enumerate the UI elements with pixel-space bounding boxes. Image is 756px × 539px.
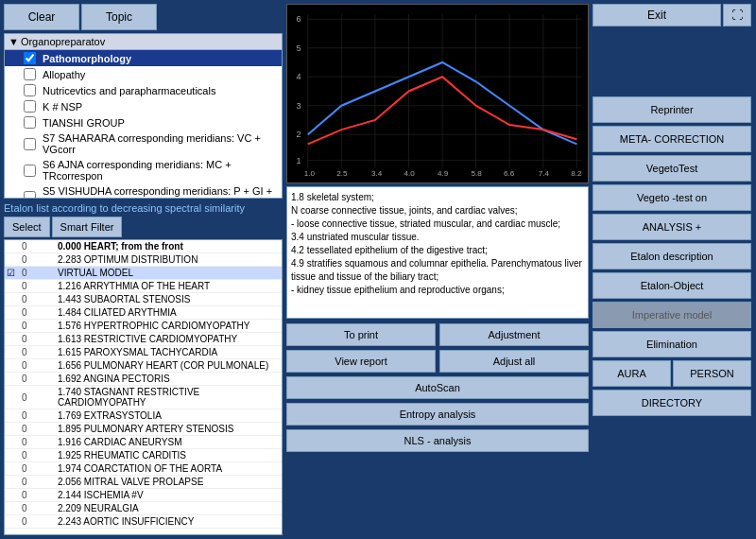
fullscreen-button[interactable]: ⛶ [723, 4, 751, 26]
category-item-pathomorphology[interactable]: Pathomorphology [5, 50, 282, 66]
s5-checkbox[interactable] [24, 191, 36, 200]
person-button[interactable]: PERSON [673, 360, 751, 387]
right-panel: Exit ⛶ Reprinter META- CORRECTION Vegeto… [593, 4, 751, 535]
to-print-button[interactable]: To print [286, 323, 436, 346]
etalon-object-button[interactable]: Etalon-Object [593, 272, 751, 299]
etalon-row[interactable]: 0 1.484 CILIATED ARYTHMIA [5, 306, 282, 320]
svg-text:3: 3 [297, 101, 301, 111]
etalon-row[interactable]: 0 2.056 MITRAL VALVE PROLAPSE [5, 476, 282, 489]
svg-rect-0 [288, 5, 586, 183]
category-list: ▼ Organopreparatov Pathomorphology Allop… [4, 33, 283, 199]
etalon-row[interactable]: 0 1.925 RHEUMATIC CARDITIS [5, 449, 282, 462]
etalon-row[interactable]: 0 2.209 NEURALGIA [5, 502, 282, 515]
pathomorphology-checkbox[interactable] [24, 52, 36, 64]
category-item-label: TIANSHI GROUP [43, 117, 125, 129]
select-button[interactable]: Select [4, 217, 50, 237]
category-item-label: Nutricevtics and parapharmaceuticals [43, 85, 215, 96]
analysis-plus-button[interactable]: ANALYSIS + [593, 214, 751, 240]
etalon-toolbar: Select Smart Filter [4, 217, 283, 237]
svg-text:3.4: 3.4 [371, 169, 383, 178]
category-item-label: S6 AJNA corresponding meridians: MC + TR… [43, 159, 278, 182]
etalon-row[interactable]: 0 1.895 PULMONARY ARTERY STENOSIS [5, 423, 282, 436]
svg-text:4: 4 [297, 72, 301, 81]
svg-text:5: 5 [297, 43, 301, 53]
clear-button[interactable]: Clear [4, 4, 79, 30]
smart-filter-button[interactable]: Smart Filter [52, 217, 123, 237]
reprinter-button[interactable]: Reprinter [593, 96, 751, 123]
exit-button[interactable]: Exit [593, 4, 721, 26]
autoscan-button[interactable]: AutoScan [286, 376, 589, 399]
adjust-all-button[interactable]: Adjust all [439, 350, 589, 373]
etalon-row-virtual[interactable]: ☑ 0 VIRTUAL MODEL [5, 267, 282, 280]
aura-button[interactable]: AURA [593, 360, 671, 387]
etalon-row[interactable]: 0 1.613 RESTRICTIVE CARDIOMYOPATHY [5, 333, 282, 346]
imperative-model-button[interactable]: Imperative model [593, 302, 751, 328]
center-btn-row-3: AutoScan [286, 376, 589, 399]
view-report-button[interactable]: View report [286, 350, 436, 373]
category-item-s6[interactable]: S6 AJNA corresponding meridians: MC + TR… [5, 157, 282, 183]
allopathy-checkbox[interactable] [24, 68, 36, 80]
chart-svg: 6 5 4 3 2 1 [287, 5, 588, 183]
description-box[interactable]: 1.8 skeletal system; N coarse connective… [286, 186, 589, 319]
category-header: ▼ Organopreparatov [5, 34, 282, 50]
adjustment-button[interactable]: Adjustment [439, 323, 589, 346]
description-text: 1.8 skeletal system; N coarse connective… [291, 191, 584, 297]
etalon-title: Etalon list according to decreasing spec… [4, 201, 283, 215]
directory-button[interactable]: DIRECTORY [593, 390, 751, 416]
etalon-row[interactable]: 0 1.974 COARCTATION OF THE AORTA [5, 462, 282, 476]
category-item-label: Pathomorphology [43, 53, 131, 64]
elimination-button[interactable]: Elimination [593, 331, 751, 357]
nsp-checkbox[interactable] [24, 100, 36, 113]
etalon-row[interactable]: 0 2.144 ISCHEMIA #V [5, 489, 282, 502]
right-top-row: Exit ⛶ [593, 4, 751, 26]
vegeto-test-on-button[interactable]: Vegeto -test on [593, 184, 751, 211]
category-item-label: K # NSP [43, 101, 82, 113]
category-item-label: S5 VISHUDHA corresponding meridians: P +… [43, 185, 278, 199]
entropy-analysis-button[interactable]: Entropy analysis [286, 403, 589, 426]
topic-button[interactable]: Topic [81, 4, 157, 30]
dropdown-icon: ▼ [9, 36, 19, 47]
etalon-list[interactable]: 0 0.000 HEART; from the front 0 2.283 OP… [4, 239, 283, 535]
svg-text:5.8: 5.8 [472, 169, 483, 178]
etalon-row[interactable]: 0 1.443 SUBAORTAL STENOSIS [5, 293, 282, 306]
svg-text:2.5: 2.5 [336, 169, 348, 178]
category-item-nutricevtics[interactable]: Nutricevtics and parapharmaceuticals [5, 82, 282, 98]
svg-text:6: 6 [297, 14, 301, 24]
etalon-row[interactable]: 0 1.216 ARRYTHMIA OF THE HEART [5, 280, 282, 293]
etalon-row[interactable]: 0 1.615 PAROXYSMAL TACHYCARDIA [5, 346, 282, 359]
svg-text:2: 2 [297, 130, 301, 139]
etalon-row[interactable]: 0 2.243 AORTIC INSUFFICIENCY [5, 515, 282, 529]
category-item-allopathy[interactable]: Allopathy [5, 66, 282, 82]
chart-area: 6 5 4 3 2 1 [286, 4, 589, 183]
etalon-row[interactable]: 0 1.656 PULMONARY HEART (COR PULMONALE) [5, 359, 282, 373]
etalon-row[interactable]: 0 1.692 ANGINA PECTORIS [5, 373, 282, 386]
center-panel: 6 5 4 3 2 1 [286, 4, 589, 535]
center-buttons: To print Adjustment View report Adjust a… [286, 323, 589, 452]
etalon-description-button[interactable]: Etalon description [593, 243, 751, 270]
etalon-row[interactable]: 0 1.576 HYPERTROPHIC CARDIOMYOPATHY [5, 320, 282, 333]
etalon-row[interactable]: 0 1.916 CARDIAC ANEURYSM [5, 436, 282, 449]
s6-checkbox[interactable] [24, 165, 36, 177]
aura-person-row: AURA PERSON [593, 360, 751, 387]
svg-text:4.9: 4.9 [438, 169, 449, 178]
meta-correction-button[interactable]: META- CORRECTION [593, 126, 751, 152]
svg-text:1.0: 1.0 [304, 169, 316, 178]
fullscreen-icon: ⛶ [731, 9, 743, 22]
svg-text:7.4: 7.4 [539, 169, 550, 178]
category-item-nsp[interactable]: K # NSP [5, 98, 282, 114]
vegeto-test-button[interactable]: VegetoTest [593, 155, 751, 182]
category-item-tianshi[interactable]: TIANSHI GROUP [5, 114, 282, 130]
category-item-s7[interactable]: S7 SAHARARA corresponding meridians: VC … [5, 130, 282, 157]
etalon-row[interactable]: 0 2.283 OPTIMUM DISTRIBUTION [5, 253, 282, 267]
etalon-row[interactable]: 0 1.740 STAGNANT RESTRICTIVE CARDIOMYOPA… [5, 386, 282, 409]
nutricevtics-checkbox[interactable] [24, 84, 36, 96]
etalon-row[interactable]: 0 1.769 EXTRASYSTOLIA [5, 409, 282, 423]
s7-checkbox[interactable] [24, 138, 36, 150]
category-item-s5[interactable]: S5 VISHUDHA corresponding meridians: P +… [5, 183, 282, 199]
tianshi-checkbox[interactable] [24, 116, 36, 129]
category-item-label: S7 SAHARARA corresponding meridians: VC … [43, 132, 278, 155]
etalon-section: Etalon list according to decreasing spec… [4, 201, 283, 535]
etalon-row[interactable]: 0 0.000 HEART; from the front [5, 240, 282, 253]
svg-text:6.6: 6.6 [504, 169, 515, 178]
nls-analysis-button[interactable]: NLS - analysis [286, 429, 589, 452]
